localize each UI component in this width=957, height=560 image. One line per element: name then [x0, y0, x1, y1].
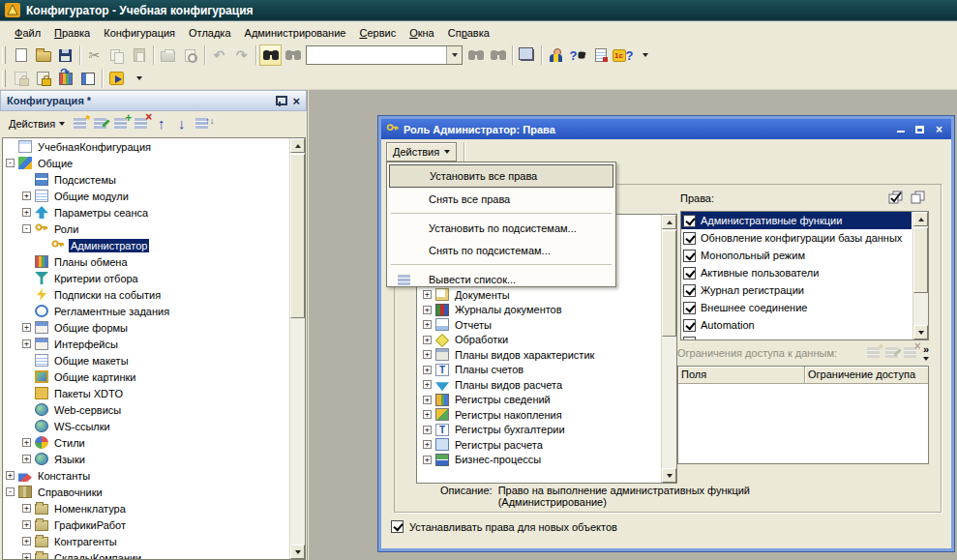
tree-item-label[interactable]: Пакеты XDTO: [52, 387, 125, 400]
tree-item-label[interactable]: СкладыКомпании: [52, 551, 143, 560]
tree-item[interactable]: -Общие: [3, 155, 289, 171]
close-button[interactable]: ×: [932, 123, 946, 136]
menu-item-output-list[interactable]: Вывести список...: [389, 268, 613, 290]
close-icon[interactable]: ×: [292, 95, 300, 107]
tree-item[interactable]: -Справочники: [3, 484, 289, 500]
expander-icon[interactable]: +: [423, 336, 432, 344]
object-item[interactable]: +TРегистры бухгалтерии: [417, 423, 661, 438]
tree-item[interactable]: +Номенклатура: [3, 500, 289, 516]
expander-icon[interactable]: +: [423, 426, 432, 434]
restriction-edit-button[interactable]: [882, 345, 901, 361]
tree-item[interactable]: +Стили: [3, 434, 289, 451]
menu-windows[interactable]: Окна: [403, 24, 441, 42]
menu-help[interactable]: Справка: [441, 24, 496, 42]
tree-item-label[interactable]: Регламентные задания: [52, 305, 171, 318]
checkbox-checked[interactable]: [683, 337, 696, 341]
scroll-up-button[interactable]: [662, 215, 676, 229]
pin-icon[interactable]: [275, 95, 284, 106]
expander-icon[interactable]: +: [22, 455, 31, 463]
tree-item[interactable]: +Параметры сеанса: [3, 204, 289, 221]
tree-item[interactable]: +Интерфейсы: [3, 336, 289, 352]
checkbox-checked[interactable]: [683, 232, 696, 245]
tree-item[interactable]: Подсистемы: [3, 171, 289, 188]
search-input[interactable]: [307, 46, 446, 64]
object-label[interactable]: Планы счетов: [453, 363, 525, 376]
object-item[interactable]: +Регистры сведений: [417, 393, 661, 408]
add-button[interactable]: *: [71, 116, 89, 132]
expander-icon[interactable]: +: [423, 380, 432, 389]
scroll-down-button[interactable]: [662, 468, 676, 483]
expander-icon[interactable]: -: [22, 224, 31, 233]
menu-administration[interactable]: Администрирование: [238, 24, 353, 42]
checkbox-checked[interactable]: [683, 215, 696, 227]
object-label[interactable]: Регистры расчета: [453, 438, 545, 452]
tree-item[interactable]: Общие картинки: [3, 368, 289, 385]
scroll-thumb[interactable]: [662, 230, 676, 337]
tree-item-label[interactable]: Планы обмена: [52, 255, 130, 269]
maximize-button[interactable]: [912, 123, 927, 136]
expander-icon[interactable]: +: [423, 290, 432, 299]
help-search-button[interactable]: ?: [567, 44, 589, 66]
actions-menu-button[interactable]: Действия: [5, 116, 69, 132]
scroll-down-button[interactable]: [290, 545, 305, 559]
expander-icon[interactable]: -: [6, 159, 15, 167]
expander-icon[interactable]: +: [423, 320, 432, 329]
panel-header[interactable]: Конфигурация * ×: [0, 90, 307, 111]
tree-item-label[interactable]: Параметры сеанса: [52, 206, 150, 220]
menu-item-clear-all-rights[interactable]: Снять все права: [389, 188, 613, 210]
object-label[interactable]: Журналы документов: [453, 303, 564, 316]
tree-item-label[interactable]: Общие: [36, 157, 75, 170]
run-debug-button[interactable]: [105, 68, 128, 89]
menu-configuration[interactable]: Конфигурация: [97, 24, 182, 42]
move-up-button[interactable]: ↑: [152, 116, 170, 132]
expander-icon[interactable]: +: [22, 520, 31, 529]
delete-button[interactable]: ×: [132, 116, 150, 132]
cut-button[interactable]: ✂: [83, 44, 105, 66]
add-item-button[interactable]: +: [111, 116, 130, 132]
expander-icon[interactable]: +: [423, 366, 432, 374]
tree-item-label[interactable]: Подписки на события: [52, 288, 163, 302]
toolbar-more-button[interactable]: [634, 44, 656, 66]
tree-item[interactable]: УчебнаяКонфигурация: [3, 138, 289, 155]
set-rights-for-new-objects[interactable]: Устанавливать права для новых объектов: [391, 520, 617, 533]
tree-item[interactable]: Планы обмена: [3, 253, 289, 270]
tree-item[interactable]: -Роли: [3, 221, 289, 237]
tree-item-label[interactable]: WS-ссылки: [52, 420, 112, 433]
rights-item[interactable]: Внешнее соединение: [681, 299, 912, 316]
tree-item-label[interactable]: Общие картинки: [52, 370, 138, 384]
menu-edit[interactable]: Правка: [47, 24, 97, 42]
dialog-filter-button[interactable]: [471, 144, 490, 160]
find-next-button[interactable]: [464, 44, 487, 66]
toolbar-grip[interactable]: [2, 46, 6, 64]
expander-icon[interactable]: +: [22, 537, 31, 545]
scroll-thumb[interactable]: [290, 154, 305, 318]
expander-icon[interactable]: +: [22, 339, 31, 348]
expander-icon[interactable]: +: [423, 306, 432, 314]
windows-list-button[interactable]: [516, 44, 538, 66]
tree-item[interactable]: +ГрафикиРабот: [3, 516, 289, 533]
menu-item-set-all-rights[interactable]: Установить все права: [389, 164, 613, 188]
rights-item-partial[interactable]: [681, 334, 912, 340]
expander-icon[interactable]: +: [22, 192, 31, 200]
tree-item-label[interactable]: Контрагенты: [52, 535, 119, 548]
find-secondary-button[interactable]: [282, 44, 304, 66]
tree-item[interactable]: +Общие формы: [3, 319, 289, 336]
check-all-icon[interactable]: [887, 191, 904, 205]
tree-scrollbar[interactable]: [289, 138, 305, 559]
checkbox-checked[interactable]: [391, 520, 404, 533]
objects-scrollbar[interactable]: [661, 215, 676, 483]
object-label[interactable]: Регистры бухгалтерии: [453, 423, 567, 436]
tree-item[interactable]: Пакеты XDTO: [3, 385, 289, 401]
checkbox-checked[interactable]: [683, 267, 696, 280]
expander-icon[interactable]: +: [423, 456, 432, 464]
tree-item-label[interactable]: Номенклатура: [52, 502, 128, 516]
tree-item[interactable]: +Языки: [3, 451, 289, 467]
tree-item-label[interactable]: УчебнаяКонфигурация: [36, 140, 153, 154]
object-item[interactable]: +Регистры расчета: [417, 437, 661, 453]
object-item[interactable]: +Бизнес-процессы: [417, 453, 661, 468]
tree-item-label[interactable]: Роли: [52, 222, 80, 236]
column-header-restriction[interactable]: Ограничение доступа: [805, 367, 928, 384]
object-label[interactable]: Планы видов характеристик: [453, 348, 596, 362]
expander-icon[interactable]: +: [423, 410, 432, 419]
move-down-button[interactable]: ↓: [172, 116, 191, 132]
